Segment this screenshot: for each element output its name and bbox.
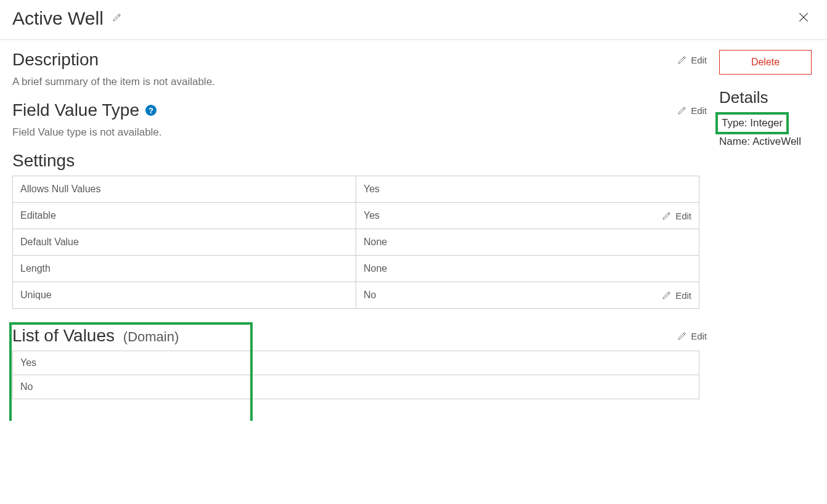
delete-label: Delete bbox=[751, 57, 780, 68]
pencil-icon bbox=[677, 55, 687, 65]
detail-type: Type: Integer bbox=[722, 117, 783, 129]
highlight-box-type: Type: Integer bbox=[715, 112, 789, 134]
details-sidebar: Delete Details Type: Integer Name: Activ… bbox=[719, 50, 815, 408]
list-of-values-heading: List of Values (Domain) bbox=[12, 326, 179, 346]
settings-value-cell: Yes bbox=[356, 176, 699, 203]
list-item: No bbox=[13, 375, 699, 399]
edit-title-icon[interactable] bbox=[112, 12, 122, 25]
settings-value-cell: None bbox=[356, 229, 699, 256]
field-value-type-heading: Field Value Type bbox=[12, 100, 139, 120]
settings-row: EditableYesEdit bbox=[13, 203, 699, 229]
settings-heading: Settings bbox=[12, 151, 75, 171]
settings-row: Allows Null ValuesYes bbox=[13, 176, 699, 203]
description-section: Description Edit A brief summary of the … bbox=[12, 50, 707, 88]
edit-label: Edit bbox=[691, 105, 707, 116]
lov-subheading-text: (Domain) bbox=[123, 329, 179, 344]
details-heading: Details bbox=[719, 88, 815, 107]
edit-setting-button[interactable]: Edit bbox=[662, 211, 691, 221]
list-of-values-section: List of Values (Domain) Edit YesNo bbox=[12, 326, 707, 408]
settings-value: None bbox=[364, 263, 387, 274]
description-heading: Description bbox=[12, 50, 99, 70]
pencil-icon bbox=[662, 290, 672, 300]
settings-row: Default ValueNone bbox=[13, 229, 699, 256]
settings-value-cell: None bbox=[356, 256, 699, 282]
delete-button[interactable]: Delete bbox=[719, 50, 812, 75]
edit-label: Edit bbox=[691, 55, 707, 65]
settings-label: Editable bbox=[13, 203, 356, 229]
edit-label: Edit bbox=[691, 331, 707, 341]
settings-label: Default Value bbox=[13, 229, 356, 256]
settings-value: None bbox=[364, 237, 387, 248]
settings-value: Yes bbox=[364, 184, 380, 195]
settings-value-cell: NoEdit bbox=[356, 282, 699, 309]
edit-setting-button[interactable]: Edit bbox=[662, 290, 691, 301]
list-of-values-table: YesNo bbox=[12, 351, 699, 399]
pencil-icon bbox=[677, 105, 687, 115]
list-item-value: Yes bbox=[13, 351, 699, 375]
settings-row: UniqueNoEdit bbox=[13, 282, 699, 309]
field-value-type-text: Field Value type is not available. bbox=[12, 126, 707, 139]
settings-label: Unique bbox=[13, 282, 356, 309]
dialog-title: Active Well bbox=[12, 8, 104, 29]
edit-description-button[interactable]: Edit bbox=[677, 55, 707, 65]
close-button[interactable] bbox=[792, 7, 815, 30]
settings-label: Allows Null Values bbox=[13, 176, 356, 203]
description-text: A brief summary of the item is not avail… bbox=[12, 76, 707, 88]
settings-section: Settings Allows Null ValuesYesEditableYe… bbox=[12, 151, 707, 309]
horizontal-scrollbar[interactable] bbox=[12, 399, 699, 408]
settings-value: No bbox=[364, 290, 376, 301]
list-item-value: No bbox=[13, 375, 699, 399]
edit-list-of-values-button[interactable]: Edit bbox=[677, 331, 707, 341]
detail-name: Name: ActiveWell bbox=[719, 136, 815, 148]
settings-label: Length bbox=[13, 256, 356, 282]
lov-heading-text: List of Values bbox=[12, 326, 115, 345]
field-value-type-section: Field Value Type ? Edit Field Value type… bbox=[12, 100, 707, 139]
settings-value-cell: YesEdit bbox=[356, 203, 699, 229]
settings-table: Allows Null ValuesYesEditableYesEditDefa… bbox=[12, 176, 699, 309]
pencil-icon bbox=[662, 211, 672, 221]
settings-row: LengthNone bbox=[13, 256, 699, 282]
dialog-header: Active Well bbox=[0, 0, 827, 40]
edit-field-value-type-button[interactable]: Edit bbox=[677, 105, 707, 116]
pencil-icon bbox=[677, 331, 687, 341]
help-icon[interactable]: ? bbox=[145, 105, 157, 116]
settings-value: Yes bbox=[364, 210, 380, 221]
list-item: Yes bbox=[13, 351, 699, 375]
